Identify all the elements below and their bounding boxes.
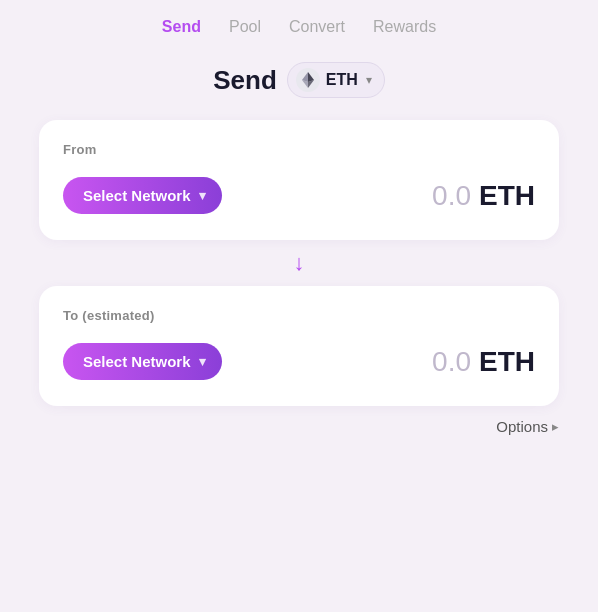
nav-pool[interactable]: Pool	[229, 18, 261, 36]
nav-rewards[interactable]: Rewards	[373, 18, 436, 36]
to-select-network-caret-icon: ▾	[199, 354, 206, 369]
from-amount-currency: ETH	[479, 180, 535, 212]
from-card: From Select Network ▾ 0.0 ETH	[39, 120, 559, 240]
to-card-row: Select Network ▾ 0.0 ETH	[63, 343, 535, 380]
top-nav: Send Pool Convert Rewards	[0, 0, 598, 52]
from-amount-display: 0.0 ETH	[432, 180, 535, 212]
title-row: Send ETH ▾	[213, 62, 385, 98]
from-select-network-label: Select Network	[83, 187, 191, 204]
to-card: To (estimated) Select Network ▾ 0.0 ETH	[39, 286, 559, 406]
from-label: From	[63, 142, 535, 157]
nav-send[interactable]: Send	[162, 18, 201, 36]
eth-icon	[296, 68, 320, 92]
from-amount-value: 0.0	[432, 180, 471, 212]
to-amount-display: 0.0 ETH	[432, 346, 535, 378]
to-amount-value: 0.0	[432, 346, 471, 378]
to-amount-currency: ETH	[479, 346, 535, 378]
options-row: Options ▸	[39, 406, 559, 443]
page-title: Send	[213, 65, 277, 96]
coin-label: ETH	[326, 71, 358, 89]
direction-arrow-container: ↓	[294, 240, 305, 286]
to-select-network-button[interactable]: Select Network ▾	[63, 343, 222, 380]
options-label: Options	[496, 418, 548, 435]
coin-caret-icon: ▾	[366, 73, 372, 87]
options-button[interactable]: Options ▸	[496, 418, 559, 435]
from-card-row: Select Network ▾ 0.0 ETH	[63, 177, 535, 214]
down-arrow-icon: ↓	[294, 250, 305, 276]
options-caret-icon: ▸	[552, 419, 559, 434]
to-select-network-label: Select Network	[83, 353, 191, 370]
coin-selector[interactable]: ETH ▾	[287, 62, 385, 98]
from-select-network-button[interactable]: Select Network ▾	[63, 177, 222, 214]
to-label: To (estimated)	[63, 308, 535, 323]
from-select-network-caret-icon: ▾	[199, 188, 206, 203]
nav-convert[interactable]: Convert	[289, 18, 345, 36]
